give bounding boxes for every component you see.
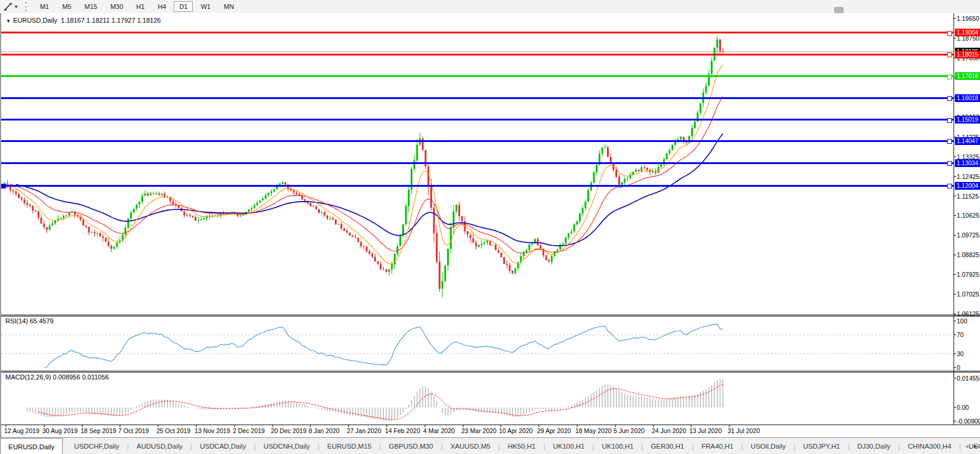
timeframe-button-m15[interactable]: M15 bbox=[79, 1, 102, 12]
date-label: 25 Oct 2019 bbox=[156, 427, 190, 434]
tab-usdjpy-h1[interactable]: USDJPY,H1 bbox=[796, 438, 848, 454]
date-label: 13 Jul 2020 bbox=[689, 427, 722, 434]
tab-usdchf-daily[interactable]: USDCHF,Daily bbox=[66, 438, 127, 454]
horizontal-line-1.17016[interactable] bbox=[1, 75, 954, 77]
mt4-window: ▼ M1M5M15M30H1H4D1W1MN ▼EURUSD,Daily 1.1… bbox=[0, 0, 980, 454]
line-anchor[interactable] bbox=[947, 139, 952, 144]
price-line-box: 1.15019 bbox=[955, 116, 980, 123]
line-anchor[interactable] bbox=[1, 184, 6, 189]
timeframe-button-d1[interactable]: D1 bbox=[174, 1, 193, 12]
tab-uk100-h1[interactable]: UK100,H1 bbox=[594, 438, 641, 454]
price-axis-tick: 1.11525 bbox=[957, 193, 979, 200]
line-anchor[interactable] bbox=[947, 52, 952, 57]
price-axis-tick: 1.12425 bbox=[957, 173, 979, 180]
timeframe-button-m5[interactable]: M5 bbox=[57, 1, 76, 12]
date-label: 27 Jan 2020 bbox=[347, 427, 381, 434]
price-line-box: 1.13034 bbox=[955, 159, 980, 167]
chart-title: ▼EURUSD,Daily 1.18167 1.18211 1.17927 1.… bbox=[6, 17, 161, 24]
date-label: 13 Nov 2019 bbox=[195, 427, 230, 434]
line-anchor[interactable] bbox=[947, 96, 952, 101]
tab-usdcad-daily[interactable]: USDCAD,Daily bbox=[192, 438, 254, 454]
cursor-tool-button[interactable]: ▼ bbox=[2, 2, 20, 12]
date-label: 2 Dec 2019 bbox=[233, 427, 265, 434]
tab-dj30-daily[interactable]: DJ30,Daily bbox=[849, 438, 898, 454]
date-label: 29 Apr 2020 bbox=[537, 427, 571, 434]
price-axis-tick: 1.19650 bbox=[957, 15, 979, 22]
date-label: 31 Jul 2020 bbox=[728, 427, 760, 434]
rsi-label: RSI(14) 65.4579 bbox=[5, 317, 54, 325]
line-anchor[interactable] bbox=[947, 161, 952, 166]
date-label: 10 Apr 2020 bbox=[499, 427, 533, 434]
tab-fra40-h1[interactable]: FRA40,H1 bbox=[694, 438, 741, 454]
price-line-box: 1.16018 bbox=[955, 94, 980, 102]
date-label: 23 Mar 2020 bbox=[461, 427, 497, 434]
date-label: 4 Mar 2020 bbox=[423, 427, 455, 434]
tab-gbpusd-m30[interactable]: GBPUSD,M30 bbox=[381, 438, 440, 454]
macd-axis-tick: 0.00 bbox=[957, 404, 969, 411]
timeframe-button-h1[interactable]: H1 bbox=[131, 1, 150, 12]
line-anchor[interactable] bbox=[947, 31, 952, 36]
timeframe-button-m30[interactable]: M30 bbox=[105, 1, 128, 12]
date-label: 12 Aug 2019 bbox=[4, 427, 39, 434]
rsi-axis-tick: 70 bbox=[957, 331, 964, 338]
horizontal-line-1.15019[interactable] bbox=[1, 119, 954, 121]
tab-scroll-right-icon[interactable]: ► bbox=[973, 443, 978, 449]
timeframe-button-m1[interactable]: M1 bbox=[35, 1, 54, 12]
tab-xauusd-m5[interactable]: XAUUSD,M5 bbox=[443, 438, 498, 454]
timeframe-button-h4[interactable]: H4 bbox=[152, 1, 171, 12]
line-anchor[interactable] bbox=[947, 184, 952, 189]
tab-eurusd-daily[interactable]: EURUSD,Daily bbox=[0, 438, 63, 454]
date-label: 14 Feb 2020 bbox=[385, 427, 420, 434]
macd-axis-tick: 0.014556 bbox=[957, 375, 980, 382]
macd-label: MACD(12,26,9) 0.008956 0.011056 bbox=[5, 373, 109, 381]
macd-axis-tick: -0.009001 bbox=[957, 418, 980, 425]
chart-ohlc: 1.18167 1.18211 1.17927 1.18126 bbox=[61, 17, 161, 24]
date-label: 18 May 2020 bbox=[575, 427, 612, 434]
price-line-box: 1.17016 bbox=[955, 72, 980, 80]
date-label: 5 Jun 2020 bbox=[614, 427, 645, 434]
date-label: 30 Aug 2019 bbox=[42, 427, 78, 434]
horizontal-line-1.18015[interactable] bbox=[1, 54, 954, 55]
timeframe-toolbar: ▼ M1M5M15M30H1H4D1W1MN bbox=[0, 0, 980, 14]
tab-scroll-left-icon[interactable]: ◄ bbox=[964, 443, 969, 449]
timeframe-button-mn[interactable]: MN bbox=[218, 1, 239, 12]
line-anchor[interactable] bbox=[947, 118, 952, 123]
horizontal-line-1.13034[interactable] bbox=[1, 162, 954, 164]
horizontal-line-1.14047[interactable] bbox=[1, 140, 954, 142]
toolbar-grip bbox=[25, 2, 30, 11]
chart-window: ▼EURUSD,Daily 1.18167 1.18211 1.17927 1.… bbox=[0, 13, 980, 437]
price-axis-tick: 1.10625 bbox=[957, 212, 979, 219]
tab-eurusd-m15[interactable]: EURUSD,M15 bbox=[319, 438, 379, 454]
price-axis-tick: 1.08825 bbox=[957, 251, 979, 258]
date-label: 18 Sep 2019 bbox=[81, 427, 116, 434]
line-anchor[interactable] bbox=[947, 75, 952, 79]
tab-china300-h4[interactable]: CHINA300,H4 bbox=[900, 438, 959, 454]
horizontal-line-1.12004[interactable] bbox=[1, 185, 954, 187]
horizontal-line-1.19004[interactable] bbox=[1, 32, 954, 33]
chart-symbol: EURUSD,Daily bbox=[13, 17, 57, 24]
tab-hk50-h1[interactable]: HK50,H1 bbox=[500, 438, 544, 454]
timeframe-buttons: M1M5M15M30H1H4D1W1MN bbox=[33, 1, 241, 12]
price-line-box: 1.18015 bbox=[955, 51, 980, 58]
crosshair-icon bbox=[4, 2, 13, 11]
date-label: 8 Jan 2020 bbox=[309, 427, 340, 434]
tab-usdcnh-daily[interactable]: USDCNH,Daily bbox=[255, 438, 318, 454]
price-axis-tick: 1.09725 bbox=[957, 231, 979, 239]
date-label: 7 Oct 2019 bbox=[118, 427, 149, 434]
tab-ger30-h1[interactable]: GER30,H1 bbox=[643, 438, 692, 454]
price-axis-tick: 1.07025 bbox=[957, 291, 979, 298]
tab-audusd-daily[interactable]: AUDUSD,Daily bbox=[129, 438, 190, 454]
rsi-axis-tick: 30 bbox=[957, 350, 964, 357]
price-axis-tick: 1.06125 bbox=[957, 310, 979, 317]
price-line-box: 1.19004 bbox=[955, 29, 980, 36]
timeframe-button-w1[interactable]: W1 bbox=[195, 1, 216, 12]
chart-tab-bar: EURUSD,DailyUSDCHF,Daily|AUDUSD,Daily|US… bbox=[0, 437, 980, 454]
horizontal-line-1.16018[interactable] bbox=[1, 97, 954, 99]
chart-menu-icon[interactable]: ▼ bbox=[6, 18, 11, 24]
price-axis-tick: 1.07925 bbox=[957, 271, 979, 278]
tab-usoil-daily[interactable]: USOil,Daily bbox=[743, 438, 794, 454]
date-label: 20 Dec 2019 bbox=[271, 427, 307, 434]
tab-uk100-h1[interactable]: UK100,H1 bbox=[545, 438, 592, 454]
rsi-axis-tick: 100 bbox=[957, 317, 967, 325]
chevron-down-icon: ▼ bbox=[14, 4, 19, 10]
